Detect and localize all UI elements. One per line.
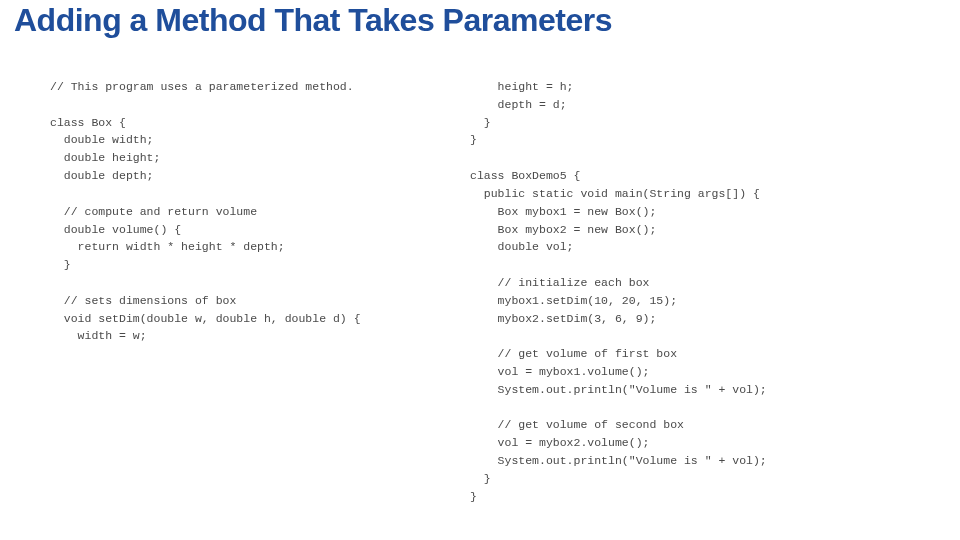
page-title: Adding a Method That Takes Parameters <box>14 2 612 39</box>
code-column-left: // This program uses a parameterized met… <box>50 78 470 520</box>
code-area: // This program uses a parameterized met… <box>50 78 930 520</box>
slide: Adding a Method That Takes Parameters //… <box>0 0 960 540</box>
code-column-right: height = h; depth = d; } } class BoxDemo… <box>470 78 930 520</box>
